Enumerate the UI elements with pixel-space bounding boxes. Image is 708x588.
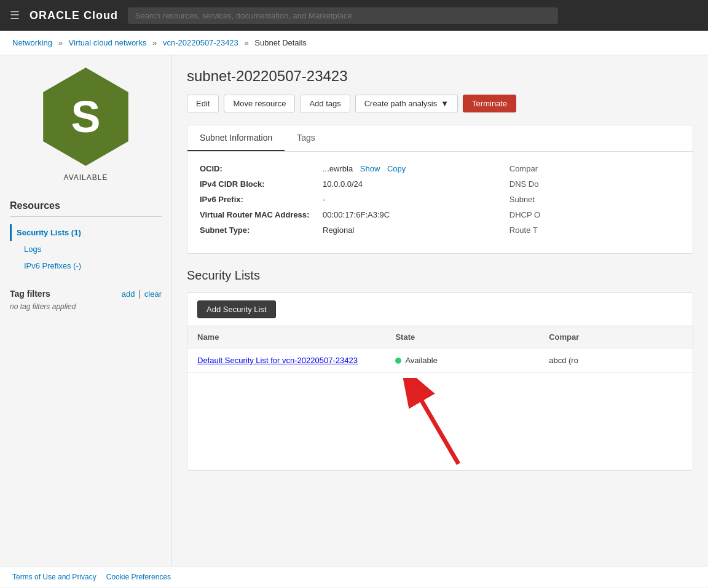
search-input[interactable]	[128, 7, 558, 24]
breadcrumb-sep3: »	[244, 38, 248, 47]
sidebar: S AVAILABLE Resources Security Lists (1)…	[0, 55, 172, 566]
tag-filters-actions: add | clear	[122, 289, 162, 299]
right-dhcp: DHCP O	[509, 210, 680, 219]
column-header-name: Name	[187, 326, 385, 348]
ipv4-value: 10.0.0.0/24	[323, 179, 363, 189]
breadcrumb: Networking » Virtual cloud networks » vc…	[0, 31, 708, 55]
arrow-annotation	[187, 378, 693, 470]
red-arrow-svg	[403, 378, 477, 470]
breadcrumb-vcn[interactable]: Virtual cloud networks	[69, 38, 147, 47]
right-compartment: Compar	[509, 164, 680, 173]
mac-label: Virtual Router MAC Address:	[200, 210, 323, 219]
top-nav: ☰ ORACLE Cloud	[0, 0, 708, 31]
tab-tags[interactable]: Tags	[285, 125, 328, 151]
ipv6-value: -	[323, 195, 325, 204]
sidebar-item-logs[interactable]: Logs	[10, 241, 162, 257]
action-buttons: Edit Move resource Add tags Create path …	[187, 95, 693, 112]
security-lists-toolbar: Add Security List	[187, 293, 693, 326]
ipv4-row: IPv4 CIDR Block: 10.0.0.0/24	[200, 179, 485, 189]
ocid-copy-link[interactable]: Copy	[387, 164, 406, 173]
row-name: Default Security List for vcn-20220507-2…	[187, 348, 385, 372]
tabs-container: Subnet Information Tags OCID: ...ewrbla …	[187, 125, 693, 254]
ipv6-label: IPv6 Prefix:	[200, 195, 323, 204]
dropdown-chevron-icon: ▼	[441, 99, 449, 108]
ipv6-row: IPv6 Prefix: -	[200, 195, 485, 204]
status-badge: AVAILABLE	[64, 173, 108, 182]
state-dot-icon	[395, 358, 401, 364]
security-lists-title: Security Lists	[187, 269, 693, 283]
footer-terms[interactable]: Terms of Use and Privacy	[12, 573, 96, 581]
table-row: Default Security List for vcn-20220507-2…	[187, 348, 693, 373]
hamburger-icon[interactable]: ☰	[10, 9, 20, 22]
security-lists-container: Add Security List Name State Compar Defa…	[187, 292, 693, 471]
sidebar-item-security-lists[interactable]: Security Lists (1)	[10, 224, 162, 241]
ocid-show-link[interactable]: Show	[360, 164, 380, 173]
right-subnet: Subnet	[509, 195, 680, 204]
right-dns: DNS Do	[509, 179, 680, 189]
create-path-analysis-button[interactable]: Create path analysis ▼	[355, 95, 458, 112]
subnet-type-row: Subnet Type: Regional	[200, 225, 485, 235]
tag-filters-title: Tag filters	[10, 289, 50, 299]
resources-title: Resources	[10, 200, 162, 217]
terminate-button[interactable]: Terminate	[463, 95, 516, 112]
security-list-link[interactable]: Default Security List for vcn-20220507-2…	[197, 356, 358, 365]
footer-cookie[interactable]: Cookie Preferences	[106, 573, 171, 581]
tag-filters-divider: |	[138, 289, 143, 299]
resource-icon-area: S AVAILABLE	[10, 68, 162, 182]
ocid-row: OCID: ...ewrbla Show Copy	[200, 164, 485, 173]
svg-line-1	[415, 390, 458, 464]
table-header: Name State Compar	[187, 326, 693, 348]
move-resource-button[interactable]: Move resource	[224, 95, 295, 112]
tag-filters-add[interactable]: add	[122, 289, 135, 299]
sidebar-item-ipv6[interactable]: IPv6 Prefixes (-)	[10, 257, 162, 274]
row-compartment: abcd (ro	[539, 348, 693, 372]
main-layout: S AVAILABLE Resources Security Lists (1)…	[0, 55, 708, 566]
ipv4-label: IPv4 CIDR Block:	[200, 179, 323, 189]
tag-filters-clear[interactable]: clear	[144, 289, 162, 299]
oracle-logo: ORACLE Cloud	[30, 9, 118, 22]
breadcrumb-sep: »	[58, 38, 63, 47]
subnet-type-value: Regional	[323, 225, 354, 235]
breadcrumb-sep2: »	[152, 38, 157, 47]
breadcrumb-networking[interactable]: Networking	[12, 38, 52, 47]
tab-content-subnet-info: OCID: ...ewrbla Show Copy IPv4 CIDR Bloc…	[187, 152, 693, 253]
add-tags-button[interactable]: Add tags	[300, 95, 350, 112]
mac-row: Virtual Router MAC Address: 00:00:17:6F:…	[200, 210, 485, 219]
ocid-value: ...ewrbla Show Copy	[323, 164, 406, 173]
tag-filters-header: Tag filters add | clear	[10, 289, 162, 299]
resource-letter: S	[71, 92, 100, 142]
column-header-compartment: Compar	[539, 326, 693, 348]
page-title: subnet-20220507-23423	[187, 68, 693, 85]
edit-button[interactable]: Edit	[187, 95, 219, 112]
row-state: Available	[385, 348, 539, 372]
add-security-list-button[interactable]: Add Security List	[197, 300, 276, 318]
tag-filters-empty: no tag filters applied	[10, 302, 162, 311]
state-indicator: Available	[395, 356, 529, 365]
state-text: Available	[405, 356, 438, 365]
ocid-label: OCID:	[200, 164, 323, 173]
right-route: Route T	[509, 225, 680, 235]
tab-subnet-information[interactable]: Subnet Information	[187, 125, 285, 151]
mac-value: 00:00:17:6F:A3:9C	[323, 210, 390, 219]
tag-filters-section: Tag filters add | clear no tag filters a…	[10, 289, 162, 311]
breadcrumb-current: Subnet Details	[254, 38, 307, 47]
main-content: subnet-20220507-23423 Edit Move resource…	[172, 55, 708, 566]
resource-hexagon: S	[37, 68, 135, 166]
breadcrumb-vcn-id[interactable]: vcn-20220507-23423	[163, 38, 238, 47]
tabs-header: Subnet Information Tags	[187, 125, 693, 152]
column-header-state: State	[385, 326, 539, 348]
subnet-type-label: Subnet Type:	[200, 225, 323, 235]
footer: Terms of Use and Privacy Cookie Preferen…	[0, 566, 708, 587]
